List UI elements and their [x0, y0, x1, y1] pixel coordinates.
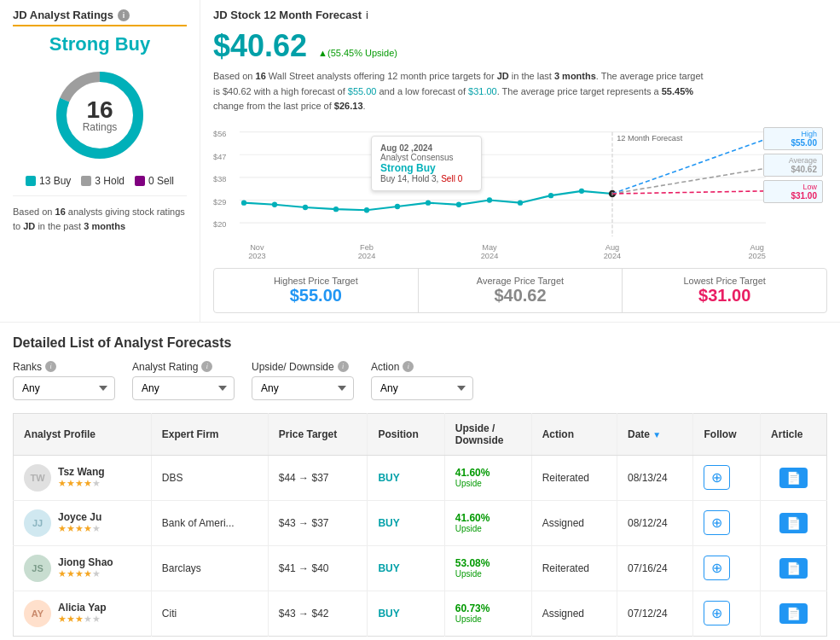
star-empty: ★: [84, 614, 92, 624]
donut-center: 16 Ratings: [83, 98, 118, 132]
analyst-ratings-panel: JD Analyst Ratings i Strong Buy 16 Ratin…: [0, 0, 200, 322]
svg-text:2024: 2024: [358, 250, 376, 259]
avg-legend-item: Average $40.62: [763, 154, 823, 177]
follow-button[interactable]: ⊕: [704, 510, 730, 535]
ranks-info-icon[interactable]: i: [45, 361, 56, 372]
filter-row: Ranks i Any Analyst Rating i Any Upside/: [13, 361, 827, 400]
position-badge: BUY: [378, 562, 399, 574]
low-legend-label: Low: [769, 183, 817, 191]
date-sort-arrow: ▼: [652, 430, 661, 439]
star-filled: ★: [84, 568, 92, 579]
table-row: JS Jiong Shao ★★★★★ Barclays $41 → $40 B…: [14, 545, 827, 591]
star-filled: ★: [75, 614, 84, 624]
sell-legend-item: 0 Sell: [135, 175, 174, 187]
upside-downside-info-icon[interactable]: i: [338, 361, 349, 372]
bottom-section: Detailed List of Analyst Forecasts Ranks…: [0, 323, 840, 640]
lowest-price-value: $31.00: [633, 286, 816, 305]
position-badge: BUY: [378, 472, 399, 484]
td-analyst-profile: JJ Joyce Ju ★★★★★: [14, 500, 152, 545]
buy-legend-item: 13 Buy: [26, 175, 71, 187]
td-analyst-profile: AY Alicia Yap ★★★★★: [14, 591, 152, 636]
price-targets-bar: Highest Price Target $55.00 Average Pric…: [213, 268, 827, 313]
analyst-name: Joyce Ju: [58, 511, 101, 523]
td-price-target: $43 → $37: [268, 500, 368, 545]
svg-text:2025: 2025: [748, 250, 766, 259]
svg-point-19: [426, 200, 431, 205]
upside-value: 41.60%: [455, 512, 521, 524]
td-article[interactable]: 📄: [761, 500, 827, 545]
upside-downside-select[interactable]: Any: [252, 376, 354, 400]
svg-point-23: [548, 193, 553, 198]
forecast-info-icon[interactable]: i: [366, 9, 368, 21]
td-position: BUY: [368, 545, 444, 591]
star-filled: ★: [84, 523, 92, 533]
star-filled: ★: [67, 478, 75, 488]
td-position: BUY: [368, 455, 444, 500]
upside-downside-filter-group: Upside/ Downside i Any: [252, 361, 354, 400]
chart-tooltip: Aug 02 ,2024 Analyst Consensus Strong Bu…: [371, 136, 482, 191]
svg-point-22: [518, 200, 523, 205]
average-price-label: Average Price Target: [429, 276, 612, 286]
follow-button[interactable]: ⊕: [704, 601, 730, 625]
td-follow[interactable]: ⊕: [693, 500, 761, 545]
td-follow[interactable]: ⊕: [693, 455, 761, 500]
based-on-text: Based on 16 analysts giving stock rating…: [13, 195, 187, 233]
analyst-profile-cell: AY Alicia Yap ★★★★★: [24, 600, 141, 627]
svg-point-17: [364, 207, 369, 212]
th-article: Article: [761, 413, 827, 455]
top-section: JD Analyst Ratings i Strong Buy 16 Ratin…: [0, 0, 840, 323]
highest-price-target-cell: Highest Price Target $55.00: [214, 269, 419, 312]
analyst-info: Alicia Yap ★★★★★: [58, 602, 106, 625]
follow-button[interactable]: ⊕: [704, 465, 730, 490]
follow-button[interactable]: ⊕: [704, 556, 730, 580]
ranks-label-text: Ranks: [13, 361, 42, 373]
svg-text:2023: 2023: [248, 250, 266, 259]
tooltip-buy-count: Buy 14,: [380, 174, 409, 183]
position-badge: BUY: [378, 517, 399, 529]
td-follow[interactable]: ⊕: [693, 545, 761, 591]
hold-dot: [81, 176, 91, 186]
forecast-legend: High $55.00 Average $40.62 Low $31.00: [763, 127, 823, 203]
analyst-rating-select[interactable]: Any: [132, 376, 235, 400]
td-article[interactable]: 📄: [761, 545, 827, 591]
td-article[interactable]: 📄: [761, 591, 827, 636]
analyst-rating-filter-group: Analyst Rating i Any: [132, 361, 235, 400]
svg-text:12 Month Forecast: 12 Month Forecast: [617, 133, 682, 143]
td-action: Assigned: [531, 591, 617, 636]
td-action: Reiterated: [531, 455, 617, 500]
article-button[interactable]: 📄: [779, 513, 808, 533]
upside-label: Upside: [455, 524, 521, 533]
action-info-icon[interactable]: i: [403, 361, 414, 372]
tooltip-date: Aug 02 ,2024: [380, 143, 472, 153]
forecast-price: $40.62: [213, 28, 307, 64]
table-row: JJ Joyce Ju ★★★★★ Bank of Ameri... $43 →…: [14, 500, 827, 545]
star-empty: ★: [92, 614, 101, 624]
article-button[interactable]: 📄: [779, 468, 808, 488]
th-date[interactable]: Date ▼: [617, 413, 693, 455]
table-row: AY Alicia Yap ★★★★★ Citi $43 → $42 BUY 6…: [14, 591, 827, 636]
average-price-value: $40.62: [429, 286, 612, 305]
article-button[interactable]: 📄: [779, 558, 808, 579]
based-on-ticker: JD: [23, 221, 35, 231]
svg-text:$38: $38: [213, 174, 226, 183]
td-date: 08/13/24: [617, 455, 693, 500]
action-select[interactable]: Any: [371, 376, 473, 400]
td-follow[interactable]: ⊕: [693, 591, 761, 636]
th-expert-firm: Expert Firm: [151, 413, 268, 455]
td-analyst-profile: JS Jiong Shao ★★★★★: [14, 545, 152, 591]
analyst-ratings-info-icon[interactable]: i: [118, 9, 130, 21]
svg-text:2024: 2024: [481, 250, 499, 259]
ranks-select[interactable]: Any: [13, 376, 115, 400]
based-on-prefix: Based on: [13, 207, 52, 217]
td-article[interactable]: 📄: [761, 455, 827, 500]
td-position: BUY: [368, 500, 444, 545]
article-button[interactable]: 📄: [779, 603, 808, 624]
analyst-rating-info-icon[interactable]: i: [201, 361, 212, 372]
td-expert-firm: Barclays: [151, 545, 268, 591]
star-filled: ★: [84, 478, 92, 488]
analyst-ratings-title-text: JD Analyst Ratings: [13, 9, 113, 21]
analyst-name: Alicia Yap: [58, 602, 106, 614]
td-price-target: $41 → $40: [268, 545, 368, 591]
td-position: BUY: [368, 591, 444, 636]
low-legend-item: Low $31.00: [763, 180, 823, 203]
